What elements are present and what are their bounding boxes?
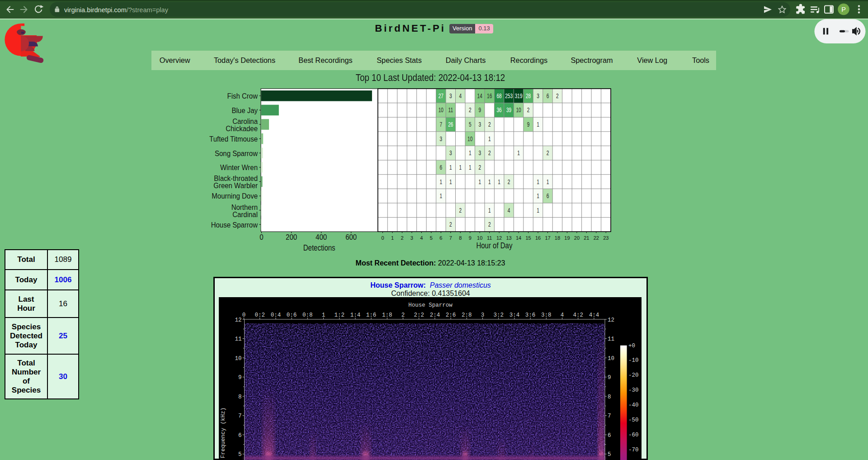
svg-text:1: 1 xyxy=(469,150,472,157)
svg-text:14: 14 xyxy=(516,235,521,241)
svg-text:1:8: 1:8 xyxy=(382,312,392,318)
svg-text:-40: -40 xyxy=(628,402,639,408)
svg-text:12: 12 xyxy=(235,317,241,323)
svg-text:-60: -60 xyxy=(628,432,639,438)
svg-text:-10: -10 xyxy=(628,357,639,364)
svg-text:3:6: 3:6 xyxy=(525,312,536,318)
svg-text:2: 2 xyxy=(401,235,403,241)
svg-text:20: 20 xyxy=(574,235,580,241)
svg-text:1: 1 xyxy=(439,178,442,185)
svg-text:7: 7 xyxy=(238,413,242,419)
svg-text:27: 27 xyxy=(439,92,443,100)
svg-text:Green Warbler: Green Warbler xyxy=(213,181,258,190)
svg-text:2: 2 xyxy=(488,121,491,128)
svg-text:3:4: 3:4 xyxy=(509,312,520,318)
svg-text:4: 4 xyxy=(561,312,564,318)
svg-text:3:2: 3:2 xyxy=(493,312,504,318)
svg-text:0:2: 0:2 xyxy=(255,312,265,318)
svg-text:2:6: 2:6 xyxy=(446,312,456,318)
svg-text:-30: -30 xyxy=(628,387,639,394)
svg-text:0: 0 xyxy=(242,312,246,318)
svg-text:2: 2 xyxy=(527,107,530,114)
svg-text:1: 1 xyxy=(478,178,481,185)
svg-text:1: 1 xyxy=(391,235,394,241)
svg-text:2: 2 xyxy=(508,178,510,185)
svg-text:7: 7 xyxy=(608,413,611,419)
svg-text:-70: -70 xyxy=(628,447,639,453)
svg-text:3: 3 xyxy=(410,235,413,241)
svg-text:1: 1 xyxy=(449,178,452,185)
svg-text:4:4: 4:4 xyxy=(589,312,599,318)
svg-text:12: 12 xyxy=(608,317,614,323)
svg-text:10: 10 xyxy=(608,356,614,362)
svg-text:2: 2 xyxy=(556,92,559,100)
svg-text:1:6: 1:6 xyxy=(366,312,377,318)
svg-text:6: 6 xyxy=(547,193,549,200)
svg-text:18: 18 xyxy=(555,235,560,241)
svg-text:1: 1 xyxy=(439,193,442,200)
svg-text:1: 1 xyxy=(469,164,472,171)
svg-text:0:8: 0:8 xyxy=(302,312,313,318)
svg-text:3: 3 xyxy=(439,135,442,142)
svg-text:3: 3 xyxy=(478,150,481,157)
svg-text:9: 9 xyxy=(238,375,242,381)
svg-text:4: 4 xyxy=(420,235,423,241)
svg-text:House Sparrow: House Sparrow xyxy=(211,220,258,229)
svg-text:5: 5 xyxy=(430,235,433,241)
svg-text:6: 6 xyxy=(439,164,442,171)
svg-text:1: 1 xyxy=(537,193,539,200)
svg-text:12: 12 xyxy=(496,235,502,241)
svg-text:11: 11 xyxy=(608,336,614,342)
svg-text:-20: -20 xyxy=(628,372,639,379)
svg-text:virginia.birdnetpi.com/?stream: virginia.birdnetpi.com/?stream=play xyxy=(64,6,169,14)
svg-text:Winter Wren: Winter Wren xyxy=(220,163,258,171)
svg-text:0:4: 0:4 xyxy=(271,312,281,318)
svg-text:22: 22 xyxy=(594,235,599,241)
svg-text:4:2: 4:2 xyxy=(573,312,583,318)
svg-text:7: 7 xyxy=(449,235,452,241)
svg-text:1: 1 xyxy=(547,178,549,185)
svg-text:9: 9 xyxy=(527,121,530,128)
svg-text:68: 68 xyxy=(496,92,501,100)
svg-text:3: 3 xyxy=(537,92,539,100)
svg-text:26: 26 xyxy=(448,121,453,128)
svg-text:4: 4 xyxy=(508,207,510,214)
svg-text:1: 1 xyxy=(488,178,491,185)
svg-text:6: 6 xyxy=(238,432,242,439)
svg-text:Fish Crow: Fish Crow xyxy=(227,91,258,100)
svg-text:253: 253 xyxy=(505,92,513,100)
svg-text:23: 23 xyxy=(603,235,609,241)
svg-text:1: 1 xyxy=(498,178,500,185)
svg-text:8: 8 xyxy=(608,394,611,400)
svg-text:2: 2 xyxy=(401,312,405,318)
svg-text:Tufted Titmouse: Tufted Titmouse xyxy=(209,134,258,143)
svg-text:1: 1 xyxy=(537,121,539,128)
svg-text:2:8: 2:8 xyxy=(462,312,472,318)
svg-text:1: 1 xyxy=(517,150,520,157)
svg-text:0: 0 xyxy=(381,235,384,241)
svg-text:2: 2 xyxy=(488,221,491,228)
svg-text:1: 1 xyxy=(537,207,539,214)
svg-text:9: 9 xyxy=(608,375,611,381)
svg-text:16: 16 xyxy=(535,235,541,241)
svg-text:5: 5 xyxy=(238,451,242,458)
svg-text:0: 0 xyxy=(259,233,264,241)
svg-text:Frequency (kHz): Frequency (kHz) xyxy=(220,408,226,459)
svg-text:14: 14 xyxy=(477,92,482,100)
svg-text:3: 3 xyxy=(449,92,452,100)
svg-text:2: 2 xyxy=(547,150,549,157)
svg-text:16: 16 xyxy=(487,92,492,100)
svg-text:28: 28 xyxy=(526,92,531,100)
svg-text:21: 21 xyxy=(584,235,589,241)
svg-text:15: 15 xyxy=(525,235,531,241)
svg-text:Blue Jay: Blue Jay xyxy=(231,106,258,114)
svg-text:11: 11 xyxy=(448,107,453,114)
svg-text:6: 6 xyxy=(547,92,549,100)
svg-text:Mourning Dove: Mourning Dove xyxy=(212,191,258,200)
svg-text:Chickadee: Chickadee xyxy=(226,124,258,133)
svg-text:House Sparrow: House Sparrow xyxy=(408,302,453,308)
svg-text:10: 10 xyxy=(467,135,472,142)
svg-text:2: 2 xyxy=(459,207,462,214)
svg-text:2: 2 xyxy=(478,164,481,171)
svg-text:2: 2 xyxy=(488,150,491,157)
